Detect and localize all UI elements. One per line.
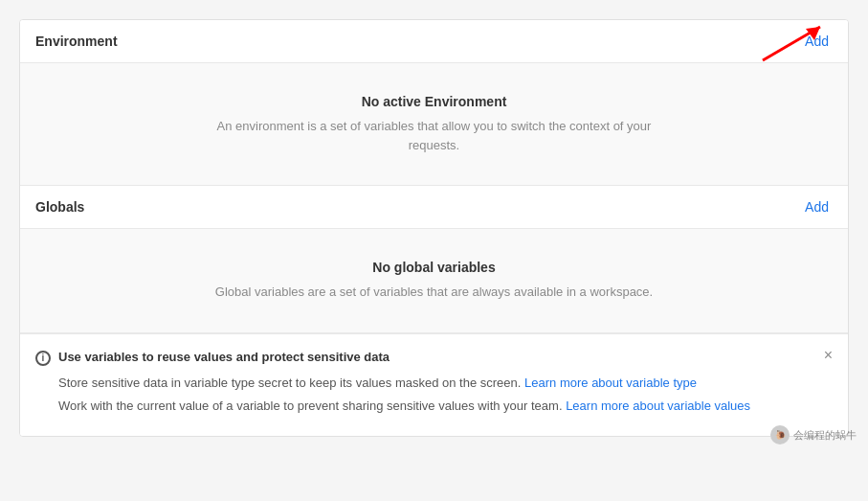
info-icon: i [35, 351, 51, 366]
globals-title: Globals [35, 199, 84, 215]
environment-empty-state: No active Environment An environment is … [20, 62, 848, 185]
globals-empty-desc: Global variables are a set of variables … [214, 283, 655, 302]
info-bold-text: Use variables to reuse values and protec… [58, 350, 389, 364]
close-button[interactable]: × [824, 348, 833, 363]
environment-header: Environment Add [20, 20, 848, 62]
environment-section: Environment Add No active Environment An… [20, 20, 848, 186]
globals-empty-title: No global variables [39, 260, 829, 275]
learn-more-variable-type-link[interactable]: Learn more about variable type [524, 376, 697, 390]
environment-title: Environment [35, 34, 118, 49]
globals-header: Globals Add [20, 186, 848, 228]
learn-more-variable-values-link[interactable]: Learn more about variable values [566, 399, 750, 413]
watermark: 🐌 会编程的蜗牛 [770, 425, 857, 444]
watermark-icon: 🐌 [770, 425, 790, 444]
watermark-text: 会编程的蜗牛 [793, 428, 857, 443]
environment-empty-desc: An environment is a set of variables tha… [214, 117, 655, 154]
info-banner: × i Use variables to reuse values and pr… [20, 333, 848, 437]
info-banner-header: i Use variables to reuse values and prot… [35, 350, 829, 366]
globals-section: Globals Add No global variables Global v… [20, 186, 848, 333]
info-line-2: Work with the current value of a variabl… [58, 397, 829, 417]
info-line1-text: Store sensitive data in variable type se… [58, 376, 524, 390]
globals-empty-state: No global variables Global variables are… [20, 228, 848, 332]
info-line2-text: Work with the current value of a variabl… [58, 399, 566, 413]
environment-empty-title: No active Environment [39, 94, 829, 109]
environment-add-button[interactable]: Add [805, 34, 829, 49]
info-line-1: Store sensitive data in variable type se… [58, 374, 829, 394]
globals-add-button[interactable]: Add [805, 199, 829, 215]
